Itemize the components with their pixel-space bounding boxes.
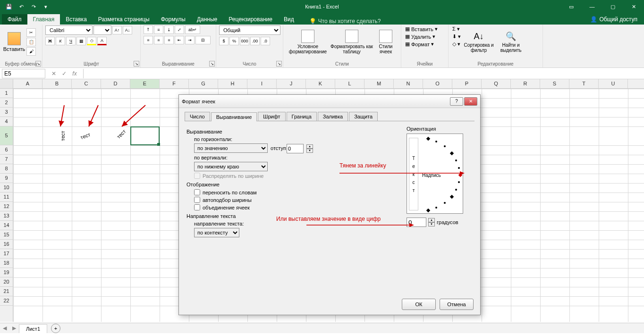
conditional-format-button[interactable]: Условное форматирование (286, 25, 330, 59)
find-select-button[interactable]: 🔍Найти и выделить (496, 25, 526, 59)
tab-layout[interactable]: Разметка страницы (93, 14, 155, 25)
cell-styles-button[interactable]: Стили ячеек (374, 25, 398, 59)
col-header[interactable]: J (277, 79, 306, 88)
row-header[interactable]: 2 (0, 98, 13, 108)
col-header[interactable]: M (364, 79, 394, 88)
deg-up-icon[interactable]: ▲ (428, 218, 435, 222)
col-header[interactable]: R (511, 79, 540, 88)
copy-icon[interactable]: 📋 (26, 38, 36, 46)
row-header[interactable]: 21 (0, 287, 13, 296)
font-color-icon[interactable]: A (97, 37, 107, 45)
close-icon[interactable]: ✕ (623, 0, 644, 13)
dialog-launcher-icon[interactable]: ↘ (276, 61, 282, 67)
col-header[interactable]: T (569, 79, 599, 88)
row-header[interactable]: 11 (0, 193, 13, 202)
bold-button[interactable]: Ж (45, 37, 55, 45)
row-header[interactable]: 19 (0, 268, 13, 277)
col-header[interactable]: I (247, 79, 277, 88)
paste-button[interactable]: Вставить (3, 25, 25, 59)
vert-align-select[interactable]: по нижнему краю (194, 162, 268, 171)
shrink-font-icon[interactable]: A↓ (123, 26, 132, 34)
tab-formulas[interactable]: Формулы (155, 14, 191, 25)
dlg-tab-font[interactable]: Шрифт (258, 112, 285, 121)
format-cells-button[interactable]: ▦ Формат ▾ (404, 41, 439, 48)
number-format-select[interactable]: Общий (219, 25, 280, 35)
share-button[interactable]: 👤 Общий доступ (584, 14, 644, 25)
col-header[interactable]: L (335, 79, 364, 88)
row-header[interactable]: 12 (0, 202, 13, 211)
sort-filter-button[interactable]: A↓Сортировка и фильтр (463, 25, 495, 59)
indent-up-icon[interactable]: ▲ (306, 144, 313, 149)
col-header[interactable]: S (540, 79, 569, 88)
row-header[interactable]: 4 (0, 117, 13, 126)
fill-color-icon[interactable]: ◇ (87, 37, 96, 45)
formula-input[interactable] (83, 69, 644, 78)
dialog-launcher-icon[interactable]: ↘ (35, 61, 41, 67)
row-header[interactable]: 17 (0, 249, 13, 259)
clear-button[interactable]: ◇ ▾ (451, 41, 462, 48)
textdir-select[interactable]: по контексту (194, 228, 239, 237)
align-left-icon[interactable]: ≡ (144, 36, 153, 44)
percent-icon[interactable]: % (229, 37, 239, 45)
col-header[interactable]: D (101, 79, 130, 88)
horiz-align-select[interactable]: по значению (194, 143, 268, 153)
indent-down-icon[interactable]: ▼ (306, 149, 313, 153)
save-icon[interactable]: 💾 (4, 1, 14, 12)
dialog-titlebar[interactable]: Формат ячеек ? ✕ (179, 95, 480, 108)
add-sheet-icon[interactable]: + (51, 324, 60, 333)
col-header[interactable]: C (72, 79, 101, 88)
underline-button[interactable]: Ч (66, 37, 76, 45)
currency-icon[interactable]: $ (219, 37, 229, 45)
font-name-select[interactable]: Calibri (45, 25, 93, 35)
shrink-checkbox[interactable] (194, 197, 200, 203)
col-header[interactable]: P (452, 79, 482, 88)
align-right-icon[interactable]: ≡ (164, 36, 174, 44)
dialog-launcher-icon[interactable]: ↘ (209, 61, 215, 67)
row-header[interactable]: 22 (0, 296, 13, 306)
grow-font-icon[interactable]: A↑ (112, 26, 122, 34)
undo-icon[interactable]: ↶ (16, 1, 26, 12)
col-header[interactable]: E (130, 79, 160, 88)
col-header[interactable]: O (423, 79, 452, 88)
increase-decimal-icon[interactable]: .00 (250, 37, 260, 45)
col-header[interactable]: Q (482, 79, 511, 88)
decrease-indent-icon[interactable]: ⇤ (175, 36, 184, 44)
minimize-icon[interactable]: — (582, 0, 602, 13)
orientation-vertical-text[interactable]: Т е к с т (409, 138, 418, 210)
qat-more-icon[interactable]: ▾ (41, 1, 51, 12)
row-header[interactable]: 14 (0, 221, 13, 230)
enter-formula-icon[interactable]: ✓ (59, 70, 69, 77)
align-middle-icon[interactable]: ≡ (154, 25, 163, 34)
select-all-corner[interactable] (0, 79, 13, 88)
tab-file[interactable]: Файл (2, 14, 27, 25)
col-header[interactable]: K (306, 79, 335, 88)
comma-icon[interactable]: 000 (240, 37, 249, 45)
maximize-icon[interactable]: ▢ (602, 0, 623, 13)
merge-checkbox[interactable] (194, 204, 200, 210)
tab-home[interactable]: Главная (27, 14, 60, 25)
col-header[interactable]: H (218, 79, 247, 88)
col-header[interactable]: A (13, 79, 42, 88)
ribbon-options-icon[interactable]: ▭ (561, 0, 582, 13)
font-size-select[interactable]: 11 (93, 25, 111, 35)
dlg-tab-number[interactable]: Число (185, 112, 210, 121)
format-table-button[interactable]: Форматировать как таблицу (330, 25, 373, 59)
tab-view[interactable]: Вид (278, 14, 300, 25)
sheet-nav-prev-icon[interactable]: ◀ (0, 325, 9, 331)
col-header[interactable]: N (394, 79, 423, 88)
orientation-dial[interactable]: Надпись (421, 136, 462, 212)
orientation-control[interactable]: Т е к с т Надпись (407, 134, 463, 214)
dlg-tab-fill[interactable]: Заливка (318, 112, 348, 121)
align-top-icon[interactable]: ⤒ (144, 25, 153, 34)
dlg-tab-alignment[interactable]: Выравнивание (211, 112, 257, 121)
increase-indent-icon[interactable]: ⇥ (185, 36, 195, 44)
autosum-button[interactable]: Σ ▾ (451, 25, 462, 33)
dlg-tab-border[interactable]: Граница (287, 112, 317, 121)
format-painter-icon[interactable]: 🖌 (26, 47, 36, 56)
redo-icon[interactable]: ↷ (28, 1, 39, 12)
align-center-icon[interactable]: ≡ (154, 36, 163, 44)
degrees-input[interactable] (407, 218, 426, 227)
insert-cells-button[interactable]: ▦ Вставить ▾ (404, 25, 439, 33)
row-header[interactable]: 9 (0, 174, 13, 183)
tell-me[interactable]: 💡 Что вы хотите сделать? (309, 18, 381, 25)
